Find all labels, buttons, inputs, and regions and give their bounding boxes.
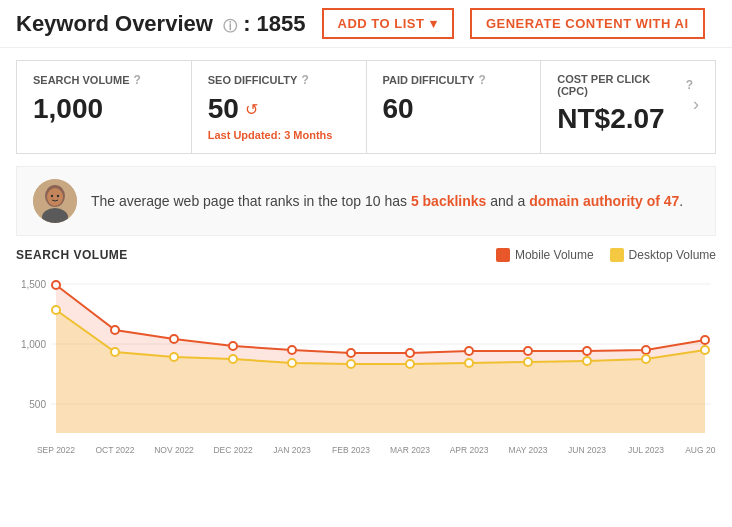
- legend-item-desktop: Desktop Volume: [610, 248, 716, 262]
- stat-label-cpc: COST PER CLICK (CPC) ?: [557, 73, 693, 97]
- svg-point-4: [51, 195, 53, 197]
- stat-value-seo: 50: [208, 93, 239, 125]
- svg-text:NOV 2022: NOV 2022: [154, 445, 194, 455]
- chart-header: SEARCH VOLUME Mobile Volume Desktop Volu…: [16, 248, 716, 262]
- search-volume-chart: 1,500 1,000 500: [16, 268, 716, 468]
- svg-point-3: [47, 188, 63, 206]
- svg-point-37: [701, 346, 709, 354]
- stat-card-search-volume: SEARCH VOLUME ? 1,000: [17, 61, 192, 153]
- question-icon-paid[interactable]: ?: [478, 73, 485, 87]
- svg-point-26: [52, 306, 60, 314]
- svg-text:1,500: 1,500: [21, 279, 46, 290]
- svg-point-28: [170, 353, 178, 361]
- svg-point-17: [229, 342, 237, 350]
- generate-label: GENERATE CONTENT WITH AI: [486, 16, 689, 31]
- svg-text:MAR 2023: MAR 2023: [390, 445, 430, 455]
- legend-label-mobile: Mobile Volume: [515, 248, 594, 262]
- stat-card-seo-difficulty: SEO DIFFICULTY ? 50 ↺ Last Updated: 3 Mo…: [192, 61, 367, 153]
- page-title: Keyword Overview ⓘ : 1855: [16, 11, 306, 37]
- title-text: Keyword Overview: [16, 11, 213, 36]
- chart-title: SEARCH VOLUME: [16, 248, 128, 262]
- svg-text:FEB 2023: FEB 2023: [332, 445, 370, 455]
- svg-point-23: [583, 347, 591, 355]
- svg-text:MAY 2023: MAY 2023: [509, 445, 548, 455]
- backlinks-highlight: 5 backlinks: [411, 193, 487, 209]
- add-to-list-label: ADD TO LIST: [338, 16, 425, 31]
- svg-point-34: [524, 358, 532, 366]
- chart-section: SEARCH VOLUME Mobile Volume Desktop Volu…: [16, 248, 716, 468]
- svg-text:JUL 2023: JUL 2023: [628, 445, 664, 455]
- add-to-list-button[interactable]: ADD TO LIST ▾: [322, 8, 454, 39]
- svg-text:1,000: 1,000: [21, 339, 46, 350]
- domain-authority-highlight: domain authority of 47: [529, 193, 679, 209]
- svg-point-22: [524, 347, 532, 355]
- svg-text:OCT 2022: OCT 2022: [95, 445, 134, 455]
- question-icon-search[interactable]: ?: [134, 73, 141, 87]
- stat-card-paid-difficulty: PAID DIFFICULTY ? 60: [367, 61, 542, 153]
- stat-card-cpc: COST PER CLICK (CPC) ? NT$2.07 ›: [541, 61, 715, 153]
- keyword-id: : 1855: [243, 11, 305, 36]
- svg-point-31: [347, 360, 355, 368]
- svg-text:AUG 2023: AUG 2023: [685, 445, 716, 455]
- svg-point-14: [52, 281, 60, 289]
- svg-text:500: 500: [29, 399, 46, 410]
- svg-point-15: [111, 326, 119, 334]
- question-icon-seo[interactable]: ?: [301, 73, 308, 87]
- page-header: Keyword Overview ⓘ : 1855 ADD TO LIST ▾ …: [0, 0, 732, 48]
- svg-point-18: [288, 346, 296, 354]
- arrow-right-icon[interactable]: ›: [693, 94, 699, 115]
- stat-label-seo: SEO DIFFICULTY ?: [208, 73, 350, 87]
- question-icon-cpc[interactable]: ?: [686, 78, 693, 92]
- chevron-down-icon: ▾: [430, 16, 438, 31]
- svg-text:JAN 2023: JAN 2023: [273, 445, 311, 455]
- svg-text:DEC 2022: DEC 2022: [213, 445, 252, 455]
- legend-dot-desktop: [610, 248, 624, 262]
- stat-value-paid: 60: [383, 93, 525, 125]
- legend-dot-mobile: [496, 248, 510, 262]
- svg-text:JUN 2023: JUN 2023: [568, 445, 606, 455]
- legend-item-mobile: Mobile Volume: [496, 248, 594, 262]
- svg-text:SEP 2022: SEP 2022: [37, 445, 75, 455]
- svg-point-30: [288, 359, 296, 367]
- legend-label-desktop: Desktop Volume: [629, 248, 716, 262]
- avatar: [33, 179, 77, 223]
- svg-point-20: [406, 349, 414, 357]
- svg-point-27: [111, 348, 119, 356]
- svg-marker-13: [56, 310, 705, 433]
- refresh-icon-seo[interactable]: ↺: [245, 100, 258, 119]
- stats-row: SEARCH VOLUME ? 1,000 SEO DIFFICULTY ? 5…: [16, 60, 716, 154]
- svg-text:APR 2023: APR 2023: [450, 445, 489, 455]
- svg-point-5: [57, 195, 59, 197]
- stat-sub-seo: 50 ↺: [208, 93, 350, 125]
- last-updated-seo: Last Updated: 3 Months: [208, 129, 350, 141]
- generate-content-button[interactable]: GENERATE CONTENT WITH AI: [470, 8, 705, 39]
- svg-point-19: [347, 349, 355, 357]
- svg-point-16: [170, 335, 178, 343]
- chart-legend: Mobile Volume Desktop Volume: [496, 248, 716, 262]
- svg-point-24: [642, 346, 650, 354]
- svg-point-32: [406, 360, 414, 368]
- stat-value-search-volume: 1,000: [33, 93, 175, 125]
- stat-label-search-volume: SEARCH VOLUME ?: [33, 73, 175, 87]
- stat-label-paid: PAID DIFFICULTY ?: [383, 73, 525, 87]
- svg-point-33: [465, 359, 473, 367]
- svg-point-29: [229, 355, 237, 363]
- info-icon[interactable]: ⓘ: [223, 18, 237, 34]
- stat-value-cpc: NT$2.07: [557, 103, 693, 135]
- svg-point-36: [642, 355, 650, 363]
- svg-point-25: [701, 336, 709, 344]
- svg-point-21: [465, 347, 473, 355]
- svg-point-35: [583, 357, 591, 365]
- info-text: The average web page that ranks in the t…: [91, 191, 683, 212]
- chart-container: 1,500 1,000 500: [16, 268, 716, 468]
- info-banner: The average web page that ranks in the t…: [16, 166, 716, 236]
